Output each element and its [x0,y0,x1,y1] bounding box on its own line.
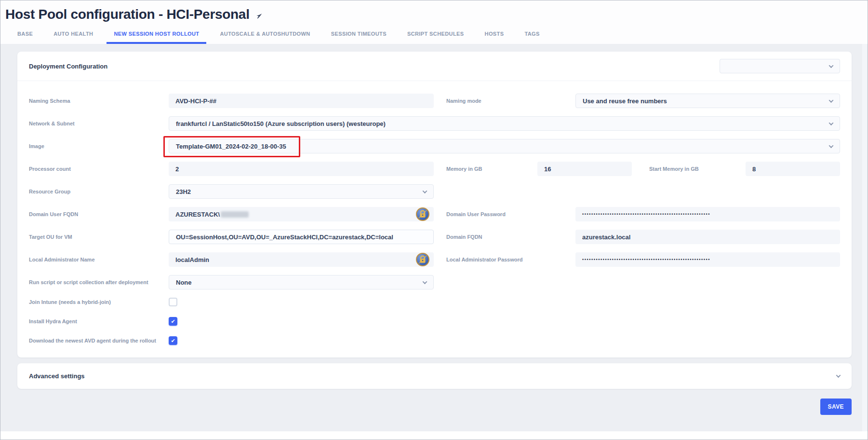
run-script-value: None [176,279,192,286]
row-install-hydra: Install Hydra Agent [29,317,840,326]
local-admin-name-input[interactable]: localAdmin [169,252,434,267]
image-label: Image [29,143,169,150]
tab-autoscale-autoshutdown[interactable]: AUTOSCALE & AUTOSHUTDOWN [213,24,317,44]
chevron-down-icon [829,143,834,148]
card-header: Deployment Configuration [17,52,852,81]
tab-new-session-host-rollout[interactable]: NEW SESSION HOST ROLLOUT [107,24,206,44]
processor-count-value: 2 [175,165,179,173]
processor-count-input[interactable]: 2 [169,162,434,176]
run-script-select[interactable]: None [169,275,434,289]
advanced-settings-label: Advanced settings [29,372,85,380]
redacted-username [221,211,249,218]
card-header-select[interactable] [720,59,840,73]
row-run-script: Run script or script collection after de… [29,275,840,289]
processor-count-label: Processor count [29,165,169,172]
tab-base[interactable]: BASE [10,24,40,44]
chevron-down-icon [423,279,427,284]
domain-user-fqdn-label: Domain User FQDN [29,211,169,218]
row-join-intune: Join Intune (needs a hybrid-join) [29,298,840,306]
local-admin-password-label: Local Administrator Password [446,257,575,262]
advanced-settings-expander[interactable]: Advanced settings [17,363,852,389]
network-subnet-value: frankfurtcl / LanStatic50to150 (Azure su… [176,120,386,127]
network-subnet-select[interactable]: frankfurtcl / LanStatic50to150 (Azure su… [169,116,840,131]
domain-user-password-input[interactable]: ••••••••••••••••••••••••••••••••••••••••… [575,207,840,221]
memory-gb-label: Memory in GB [446,166,537,172]
target-ou-value: OU=SessionHost,OU=AVD,OU=_AzureStackHCI,… [176,234,393,241]
download-avd-agent-checkbox[interactable] [169,336,177,345]
tab-hosts[interactable]: HOSTS [478,24,511,44]
domain-fqdn-label: Domain FQDN [446,234,575,240]
row-target-ou: Target OU for VM OU=SessionHost,OU=AVD,O… [29,230,840,244]
image-value: Template-GM01_2024-02-20_18-00-35 [176,143,286,150]
memory-gb-value: 16 [544,165,551,173]
row-naming: Naming Schema AVD-HCI-P-## Naming mode U… [29,94,840,108]
naming-schema-value: AVD-HCI-P-## [175,97,216,105]
local-admin-name-label: Local Administrator Name [29,256,169,263]
row-local-admin: Local Administrator Name localAdmin [29,252,840,267]
memory-gb-input[interactable]: 16 [537,162,632,176]
naming-mode-select[interactable]: Use and reuse free numbers [575,94,840,108]
action-bar: SAVE [17,399,852,415]
local-admin-password-masked: ••••••••••••••••••••••••••••••••••••••••… [582,257,710,262]
domain-user-fqdn-value: AZURESTACK\ [175,211,220,218]
content-area: Deployment Configuration Naming Schema A… [0,44,868,431]
start-memory-gb-input[interactable]: 8 [746,162,840,176]
tab-auto-health[interactable]: AUTO HEALTH [46,24,100,44]
tab-bar: BASE AUTO HEALTH NEW SESSION HOST ROLLOU… [0,24,868,44]
row-compute: Processor count 2 Memory in GB 16 Start … [29,162,840,176]
domain-user-password-masked: ••••••••••••••••••••••••••••••••••••••••… [582,212,710,217]
row-image: Image Template-GM01_2024-02-20_18-00-35 [29,139,840,153]
naming-mode-value: Use and reuse free numbers [583,97,667,105]
row-download-avd-agent: Download the newest AVD agent during the… [29,336,840,345]
section-title: Deployment Configuration [29,63,107,70]
download-avd-agent-label: Download the newest AVD agent during the… [29,336,169,344]
rename-cursor-icon[interactable] [254,11,264,21]
chevron-down-icon [829,121,834,125]
save-button[interactable]: SAVE [820,399,852,415]
deployment-configuration-card: Deployment Configuration Naming Schema A… [17,52,852,358]
chevron-down-icon [423,189,427,193]
row-resource-group: Resource Group 23H2 [29,184,840,199]
chevron-down-icon [836,373,841,378]
resource-group-value: 23H2 [176,188,191,195]
join-intune-label: Join Intune (needs a hybrid-join) [29,298,169,306]
domain-fqdn-value: azurestack.local [582,234,630,241]
image-select[interactable]: Template-GM01_2024-02-20_18-00-35 [169,139,840,153]
local-admin-password-input[interactable]: ••••••••••••••••••••••••••••••••••••••••… [575,252,840,267]
start-memory-gb-value: 8 [752,165,756,173]
network-subnet-label: Network & Subnet [29,120,169,127]
host-pool-configuration-page: Host Pool configuration - HCI-Personal B… [0,0,868,431]
row-network-subnet: Network & Subnet frankfurtcl / LanStatic… [29,116,840,131]
run-script-label: Run script or script collection after de… [29,279,169,286]
resource-group-select[interactable]: 23H2 [169,184,434,199]
target-ou-input[interactable]: OU=SessionHost,OU=AVD,OU=_AzureStackHCI,… [169,230,434,244]
page-header: Host Pool configuration - HCI-Personal [0,0,868,24]
start-memory-gb-label: Start Memory in GB [649,166,746,172]
naming-mode-label: Naming mode [446,98,575,104]
local-admin-name-value: localAdmin [175,256,209,263]
resource-group-label: Resource Group [29,188,169,195]
domain-user-password-label: Domain User Password [446,211,575,217]
page-title: Host Pool configuration - HCI-Personal [5,7,250,22]
vertical-scrollbar[interactable] [862,44,867,431]
target-ou-label: Target OU for VM [29,234,169,240]
credential-lock-icon[interactable] [415,252,430,267]
deployment-form: Naming Schema AVD-HCI-P-## Naming mode U… [17,81,852,358]
domain-fqdn-input[interactable]: azurestack.local [575,230,840,244]
tab-script-schedules[interactable]: SCRIPT SCHEDULES [400,24,471,44]
install-hydra-agent-label: Install Hydra Agent [29,317,169,325]
tab-tags[interactable]: TAGS [517,24,547,44]
naming-schema-label: Naming Schema [29,97,169,104]
chevron-down-icon [829,98,834,103]
chevron-down-icon [829,63,834,68]
tab-session-timeouts[interactable]: SESSION TIMEOUTS [324,24,394,44]
domain-user-fqdn-input[interactable]: AZURESTACK\ [169,207,434,221]
naming-schema-input[interactable]: AVD-HCI-P-## [169,94,434,108]
credential-lock-icon[interactable] [415,207,430,221]
install-hydra-agent-checkbox[interactable] [169,317,177,326]
join-intune-checkbox[interactable] [169,298,177,306]
row-domain-user: Domain User FQDN AZURESTACK\ [29,207,840,221]
